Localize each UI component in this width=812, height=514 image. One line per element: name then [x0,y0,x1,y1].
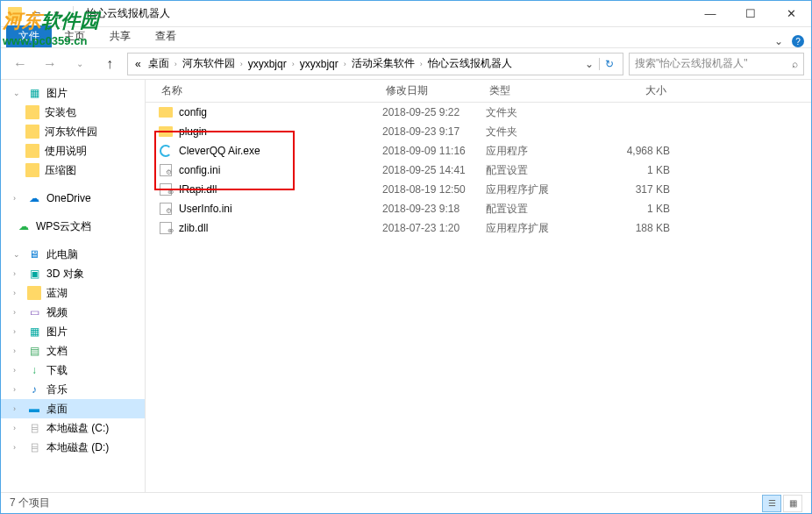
tree-expand-icon[interactable]: › [13,443,22,452]
file-row[interactable]: CleverQQ Air.exe2018-09-09 11:16应用程序4,96… [146,141,811,161]
file-icon [158,125,174,139]
ribbon-expand-icon[interactable]: ⌄ [774,35,783,47]
search-placeholder: 搜索"怡心云线报机器人" [635,56,748,71]
file-row[interactable]: zlib.dll2018-07-23 1:20应用程序扩展188 KB [146,218,811,238]
file-icon [158,105,174,119]
chevron-right-icon[interactable]: › [418,60,424,68]
file-icon [158,221,174,235]
tree-expand-icon[interactable]: › [13,289,22,297]
breadcrumb-item[interactable]: yxyxbjqr [245,58,290,70]
sidebar-item-label: 下载 [46,363,68,378]
tab-view[interactable]: 查看 [143,25,189,47]
chevron-right-icon[interactable]: › [173,60,179,68]
file-date: 2018-08-19 12:50 [382,183,486,196]
view-icons-button[interactable]: ▦ [783,495,802,512]
file-tab[interactable]: 文件 [6,25,52,47]
sidebar-item[interactable]: ›▤文档 [1,341,145,361]
sidebar-item[interactable]: ›⌸本地磁盘 (C:) [1,418,145,438]
view-details-button[interactable]: ☰ [762,495,781,512]
search-icon[interactable]: ⌕ [792,58,798,70]
tree-expand-icon[interactable]: › [13,327,22,336]
breadcrumb-item[interactable]: 桌面 [145,56,173,71]
sidebar-item-label: 本地磁盘 (D:) [46,440,109,455]
tree-expand-icon[interactable]: › [13,404,22,413]
tree-expand-icon[interactable]: › [13,424,22,432]
column-header-name[interactable]: 名称 [158,83,382,98]
breadcrumb-item[interactable]: 怡心云线报机器人 [424,56,516,71]
sidebar-item[interactable]: ›▬桌面 [1,399,145,418]
sidebar-item[interactable]: ›▣3D 对象 [1,264,145,283]
sidebar-item-folder[interactable]: 安装包 [1,103,145,122]
refresh-icon[interactable]: ↻ [599,58,619,70]
tab-share[interactable]: 共享 [97,25,143,47]
nav-back-button[interactable]: ← [8,52,32,76]
chevron-right-icon[interactable]: › [342,60,348,68]
sidebar-item-onedrive[interactable]: ›☁OneDrive [1,189,145,208]
tree-expand-icon[interactable]: › [13,366,22,375]
file-icon [158,144,174,158]
column-headers: 名称 修改日期 类型 大小 [146,80,811,103]
breadcrumb-item[interactable]: yxyxbjqr [296,58,342,70]
file-type: 应用程序扩展 [486,182,591,197]
sidebar-item[interactable]: ›⌸本地磁盘 (D:) [1,438,145,457]
file-row[interactable]: IRapi.dll2018-08-19 12:50应用程序扩展317 KB [146,180,811,199]
status-bar: 7 个项目 ☰ ▦ [1,492,811,513]
tree-collapse-icon[interactable]: ⌄ [13,89,22,97]
breadcrumb-item[interactable]: 活动采集软件 [348,56,418,71]
sidebar-item-wps[interactable]: ☁WPS云文档 [1,217,145,236]
nav-up-button[interactable]: ↑ [97,52,122,76]
file-row[interactable]: UserInfo.ini2018-09-23 9:18配置设置1 KB [146,199,811,218]
tree-expand-icon[interactable]: › [13,346,22,355]
file-row[interactable]: config2018-09-25 9:22文件夹 [146,103,811,122]
tree-expand-icon[interactable]: › [13,308,22,317]
file-type: 配置设置 [486,163,591,178]
main-area: ⌄▦图片 安装包 河东软件园 使用说明 压缩图 ›☁OneDrive ☁WPS云… [1,80,811,492]
minimize-button[interactable]: — [690,1,730,27]
file-type: 应用程序扩展 [486,221,591,236]
help-icon[interactable]: ? [792,35,804,47]
nav-forward-button[interactable]: → [38,52,62,76]
sidebar-item-label: 3D 对象 [46,267,84,282]
sidebar-item[interactable]: ›蓝湖 [1,283,145,303]
sidebar-item[interactable]: ›♪音乐 [1,380,145,399]
sidebar-item-thispc[interactable]: ⌄🖥此电脑 [1,245,145,264]
nav-recent-dropdown[interactable]: ⌄ [68,52,92,76]
pc-icon: 🖥 [27,247,41,261]
breadcrumb-overflow[interactable]: « [132,58,145,70]
tree-expand-icon[interactable]: › [13,269,22,278]
sidebar-item-pictures[interactable]: ⌄▦图片 [1,83,145,103]
close-button[interactable]: ✕ [771,1,811,27]
breadcrumb-dropdown-icon[interactable]: ⌄ [580,58,599,70]
sidebar-item[interactable]: ›▦图片 [1,322,145,341]
window-titlebar: ▭ ▾ 怡心云线报机器人 — ☐ ✕ [1,1,811,27]
file-icon [158,182,174,196]
tree-expand-icon[interactable]: › [13,194,22,203]
sidebar-item-label: 桌面 [46,402,68,417]
sidebar-item-folder[interactable]: 河东软件园 [1,122,145,141]
maximize-button[interactable]: ☐ [730,1,771,27]
column-header-date[interactable]: 修改日期 [382,83,486,98]
file-row[interactable]: config.ini2018-09-25 14:41配置设置1 KB [146,161,811,180]
tree-expand-icon[interactable]: › [13,385,22,394]
sidebar-item-folder[interactable]: 压缩图 [1,161,145,180]
file-row[interactable]: plugin2018-09-23 9:17文件夹 [146,122,811,141]
search-input[interactable]: 搜索"怡心云线报机器人" ⌕ [629,53,804,75]
sidebar-item[interactable]: ›↓下载 [1,361,145,380]
tree-collapse-icon[interactable]: ⌄ [13,250,22,259]
qat-dropdown-icon[interactable]: ▾ [48,4,66,24]
properties-icon[interactable]: ▭ [27,4,45,24]
folder-icon [6,4,24,24]
chevron-right-icon[interactable]: › [290,60,296,68]
file-type: 文件夹 [486,105,591,120]
chevron-right-icon[interactable]: › [239,60,245,68]
breadcrumb[interactable]: « 桌面 › 河东软件园 › yxyxbjqr › yxyxbjqr › 活动采… [127,53,623,75]
item-icon [27,286,41,300]
breadcrumb-item[interactable]: 河东软件园 [179,56,239,71]
folder-icon [25,163,39,177]
sidebar-item-folder[interactable]: 使用说明 [1,141,145,161]
column-header-size[interactable]: 大小 [591,83,670,98]
column-header-type[interactable]: 类型 [486,83,591,98]
file-list: config2018-09-25 9:22文件夹plugin2018-09-23… [146,103,811,492]
sidebar-item[interactable]: ›▭视频 [1,303,145,322]
tab-home[interactable]: 主页 [52,25,97,47]
